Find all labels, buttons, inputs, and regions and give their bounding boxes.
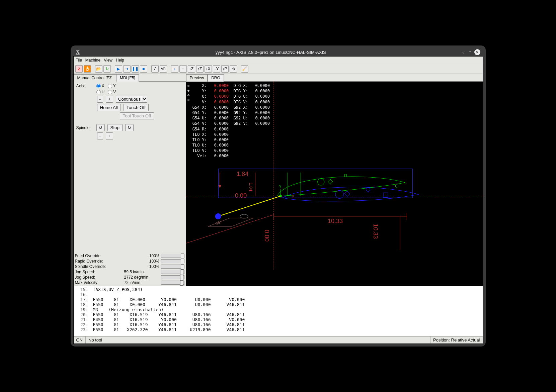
jog-speed-slider[interactable]	[161, 270, 184, 274]
svg-point-21	[395, 185, 398, 187]
view-p-button[interactable]: ↓P	[221, 65, 229, 73]
svg-text:0.00: 0.00	[235, 192, 246, 199]
overrides: Feed Override:100% Rapid Override:100% S…	[74, 253, 186, 286]
preview-viewport[interactable]: X: 0.0000 DTG X: 0.0000 Y: 0.0000 DTG Y:…	[186, 82, 483, 286]
axis-radio-v[interactable]: V	[108, 90, 116, 94]
status-tool: No tool	[86, 336, 430, 344]
svg-text:X: X	[292, 194, 294, 198]
rapid-override-value: 100%	[144, 259, 161, 264]
svg-text:10.33: 10.33	[372, 224, 379, 239]
axis-radios: X Y	[96, 84, 116, 88]
menu-file[interactable]: File	[76, 58, 82, 63]
tab-mdi[interactable]: MDI [F5]	[116, 74, 139, 82]
jog-speed-value: 59.5 in/min	[124, 270, 161, 274]
jog-plus-button[interactable]: +	[106, 96, 113, 103]
clear-plot-button[interactable]: 🧹	[241, 65, 248, 73]
svg-rect-16	[383, 193, 388, 197]
jog-speed2-value: 2772 deg/min	[124, 275, 161, 280]
jog-speed-label: Jog Speed:	[75, 270, 124, 274]
svg-text:⊕: ⊕	[187, 98, 189, 102]
rapid-override-slider[interactable]	[161, 259, 184, 263]
view-x-button[interactable]: ↓X	[205, 65, 212, 73]
svg-text:⊕: ⊕	[187, 93, 189, 97]
axis-label: Axis:	[76, 84, 94, 88]
block-skip-button[interactable]: ╱	[151, 65, 159, 73]
svg-point-29	[215, 213, 221, 219]
svg-text:501: 501	[215, 220, 222, 225]
view-rotate-button[interactable]: ⟲	[230, 65, 237, 73]
menu-view[interactable]: View	[104, 58, 112, 63]
jog-minus-button[interactable]: -	[97, 96, 103, 103]
svg-point-14	[335, 190, 343, 198]
stop-button[interactable]: ■	[140, 65, 147, 73]
svg-text:0.00: 0.00	[263, 230, 270, 241]
status-position: Position: Relative Actual	[430, 336, 482, 344]
spindle-override-value: 100%	[144, 264, 161, 269]
axis-radio-y[interactable]: Y	[108, 84, 116, 88]
tab-preview[interactable]: Preview	[186, 74, 208, 82]
feed-override-slider[interactable]	[161, 254, 184, 258]
svg-line-27	[186, 215, 274, 243]
spindle-minus-button[interactable]: -	[97, 132, 103, 139]
optional-stop-button[interactable]: M1	[160, 65, 167, 73]
max-velocity-slider[interactable]	[161, 281, 184, 285]
view-z-button[interactable]: ↓Z	[188, 65, 195, 73]
spindle-label: Spindle:	[76, 125, 94, 130]
svg-text:⊕: ⊕	[187, 89, 189, 92]
feed-override-value: 100%	[144, 254, 161, 258]
power-button[interactable]: ⏻	[84, 65, 91, 73]
toolpath-plot: 10.33 0.00 10.33 1.84 0.00 1.84	[186, 82, 483, 270]
tab-manual[interactable]: Manual Control [F3]	[74, 74, 116, 82]
touch-off-button[interactable]: Touch Off	[124, 104, 149, 111]
window-title: yyy4.ngc - AXIS 2.8.0~pre1 on LinuxCNC-H…	[82, 50, 459, 55]
jog-mode-select[interactable]: Continuous	[116, 96, 147, 103]
run-button[interactable]: ▶	[115, 65, 122, 73]
menu-help[interactable]: Help	[116, 58, 124, 63]
rapid-override-label: Rapid Override:	[75, 259, 144, 264]
tool-touch-off-button[interactable]: Tool Touch Off	[120, 112, 154, 119]
spindle-cw-button[interactable]: ↻	[125, 124, 134, 131]
spindle-override-label: Spindle Override:	[75, 264, 144, 269]
step-button[interactable]: ➔	[123, 65, 131, 73]
tab-dro[interactable]: DRO	[208, 74, 224, 82]
window-close[interactable]: ✕	[474, 49, 480, 55]
view-y-button[interactable]: ↓Y	[213, 65, 220, 73]
svg-point-19	[317, 179, 324, 185]
axis-radio-x[interactable]: X	[96, 84, 104, 88]
toolbar: ⊘ ⏻ 📂 ↻ ▶ ➔ ❚❚ ■ ╱ M1 ＋ − ↓Z ↑Z ↓X ↓Y ↓P…	[74, 64, 483, 74]
menubar: File Machine View Help	[74, 57, 483, 64]
svg-text:1.84: 1.84	[248, 183, 253, 191]
svg-text:1.84: 1.84	[237, 171, 248, 177]
window-minimize[interactable]: ⌄	[460, 49, 466, 55]
home-all-button[interactable]: Home All	[97, 104, 121, 111]
spindle-ccw-button[interactable]: ↺	[96, 124, 105, 131]
menu-machine[interactable]: Machine	[85, 58, 100, 63]
feed-override-label: Feed Override:	[75, 254, 144, 258]
reload-button[interactable]: ↻	[103, 65, 111, 73]
estop-button[interactable]: ⊘	[75, 65, 83, 73]
axis-radio-u[interactable]: U	[96, 90, 105, 94]
status-on: ON	[74, 336, 86, 344]
svg-text:Y: Y	[279, 185, 281, 189]
app-icon: X	[76, 49, 80, 55]
max-velocity-label: Max Velocity:	[75, 280, 124, 285]
window-maximize[interactable]: ⌃	[467, 49, 473, 55]
gcode-listing[interactable]: 15: (AXIS,UV_Z_POS,384) 16: 17: F550 G1 …	[74, 286, 483, 336]
pause-button[interactable]: ❚❚	[132, 65, 139, 73]
max-velocity-value: 72 in/min	[124, 280, 161, 285]
svg-text:10.33: 10.33	[327, 218, 342, 224]
jog-speed2-label: Jog Speed:	[75, 275, 124, 280]
zoom-out-button[interactable]: −	[179, 65, 187, 73]
view-z2-button[interactable]: ↑Z	[196, 65, 204, 73]
jog-speed2-slider[interactable]	[161, 275, 184, 279]
open-button[interactable]: 📂	[95, 65, 102, 73]
spindle-stop-button[interactable]: Stop	[107, 124, 123, 131]
svg-text:⊕: ⊕	[187, 84, 189, 88]
zoom-in-button[interactable]: ＋	[171, 65, 178, 73]
spindle-override-slider[interactable]	[161, 265, 184, 269]
svg-rect-20	[344, 174, 346, 177]
spindle-plus-button[interactable]: +	[106, 132, 113, 139]
svg-line-28	[218, 196, 280, 216]
